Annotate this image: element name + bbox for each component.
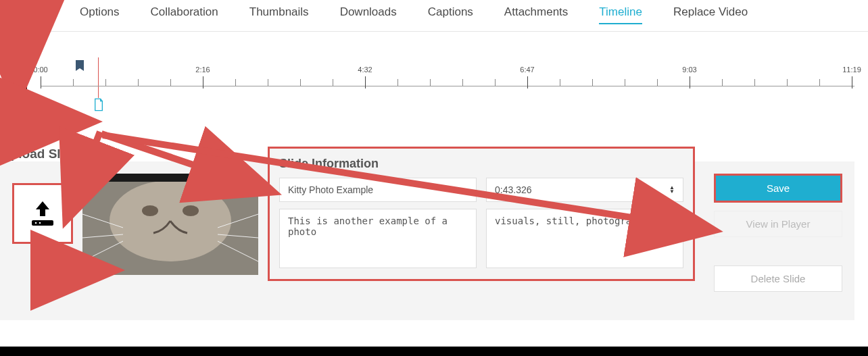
upload-icon — [26, 197, 59, 230]
view-in-player-button[interactable]: View in Player — [714, 211, 842, 237]
delete-slide-button[interactable]: Delete Slide — [714, 265, 842, 292]
cat-photo-placeholder — [82, 174, 258, 275]
slide-marker-icon[interactable] — [93, 98, 104, 114]
svg-point-6 — [183, 205, 199, 216]
time-stepper[interactable]: ▲▼ — [669, 186, 675, 194]
tick-label: 0:00 — [33, 66, 47, 74]
timeline-ruler[interactable]: 0:002:164:326:479:0311:19 — [41, 66, 854, 93]
tick-label: 11:19 — [842, 66, 861, 74]
tick-label: 4:32 — [358, 66, 372, 74]
slide-tags-input[interactable] — [486, 209, 683, 268]
slide-thumbnail — [82, 174, 258, 275]
action-buttons: Save View in Player Delete Slide — [714, 174, 842, 292]
tab-downloads[interactable]: Downloads — [340, 5, 397, 24]
tab-replace-video[interactable]: Replace Video — [673, 5, 748, 24]
tick-label: 9:03 — [682, 66, 696, 74]
tab-captions[interactable]: Captions — [428, 5, 473, 24]
bottom-border — [0, 347, 868, 356]
slide-information-box: Slide Information 0:43.326 ▲▼ — [268, 147, 695, 281]
tab-options[interactable]: Options — [80, 5, 120, 24]
annotation-highlight — [3, 100, 31, 130]
slide-title-input[interactable] — [279, 178, 477, 202]
tab-collaboration[interactable]: Collaboration — [151, 5, 218, 24]
required-label: *Required — [82, 151, 118, 160]
slide-description-input[interactable] — [279, 209, 477, 268]
upload-slide-heading: Upload Slide — [1, 147, 79, 161]
upload-button[interactable] — [12, 183, 73, 244]
axis-line — [41, 86, 854, 86]
tab-thumbnails[interactable]: Thumbnails — [249, 5, 309, 24]
svg-point-2 — [39, 222, 41, 224]
slide-time-input[interactable]: 0:43.326 ▲▼ — [486, 178, 683, 202]
tick-label: 2:16 — [195, 66, 210, 74]
svg-point-1 — [35, 222, 37, 224]
tab-bar: Details Options Collaboration Thumbnails… — [0, 0, 868, 32]
tab-attachments[interactable]: Attachments — [504, 5, 569, 24]
lower-panel: Upload Slide *Required — [0, 147, 868, 320]
tab-details[interactable]: Details — [14, 5, 49, 24]
tick-label: 6:47 — [520, 66, 534, 74]
save-button[interactable]: Save — [714, 174, 842, 203]
svg-point-5 — [142, 205, 158, 216]
slide-edit-panel: Slide Information 0:43.326 ▲▼ Save View … — [0, 161, 854, 320]
svg-rect-13 — [82, 174, 258, 182]
tab-timeline[interactable]: Timeline — [599, 5, 642, 24]
slide-information-heading: Slide Information — [279, 157, 683, 171]
time-value: 0:43.326 — [495, 184, 532, 195]
